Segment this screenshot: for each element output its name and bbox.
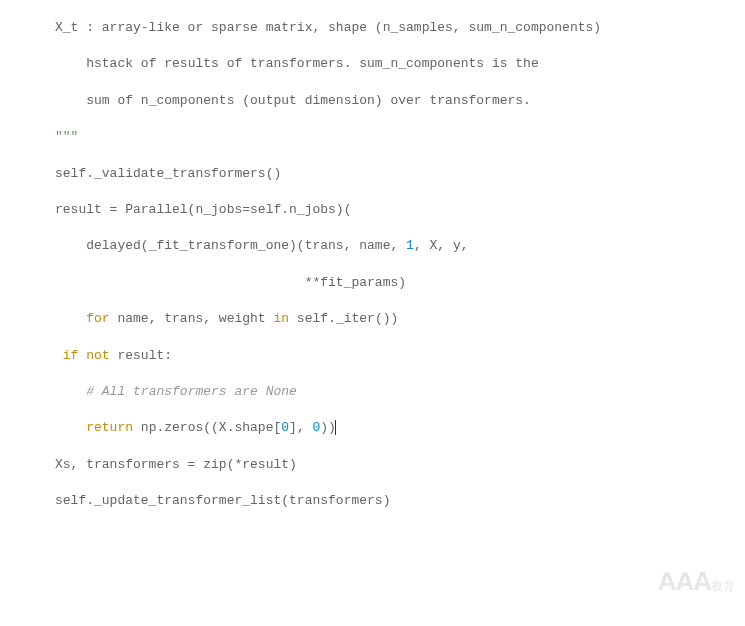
code-token: self._update_transformer_list(transforme… bbox=[55, 493, 390, 508]
code-line: """ bbox=[55, 119, 745, 155]
text-cursor bbox=[335, 420, 336, 436]
code-line: hstack of results of transformers. sum_n… bbox=[55, 46, 745, 82]
code-line: Xs, transformers = zip(*result) bbox=[55, 447, 745, 483]
code-line: self._update_transformer_list(transforme… bbox=[55, 483, 745, 519]
code-line: self._validate_transformers() bbox=[55, 156, 745, 192]
code-line: **fit_params) bbox=[55, 265, 745, 301]
code-token: # All transformers are None bbox=[86, 384, 297, 399]
watermark-sub: 教育 bbox=[711, 579, 735, 593]
code-token: 0 bbox=[281, 420, 289, 435]
code-token: name, trans, weight bbox=[110, 311, 274, 326]
code-token: , X, y, bbox=[414, 238, 469, 253]
code-token: if bbox=[63, 348, 79, 363]
code-block: X_t : array-like or sparse matrix, shape… bbox=[0, 0, 745, 519]
code-line: X_t : array-like or sparse matrix, shape… bbox=[55, 10, 745, 46]
code-line: for name, trans, weight in self._iter()) bbox=[55, 301, 745, 337]
code-line: result = Parallel(n_jobs=self.n_jobs)( bbox=[55, 192, 745, 228]
code-token: Xs, transformers = zip(*result) bbox=[55, 457, 297, 472]
code-token: delayed(_fit_transform_one)(trans, name, bbox=[86, 238, 406, 253]
code-token: **fit_params) bbox=[305, 275, 406, 290]
code-token: for bbox=[86, 311, 109, 326]
code-token: 1 bbox=[406, 238, 414, 253]
watermark-main: AAA bbox=[658, 566, 711, 596]
code-token: return bbox=[86, 420, 133, 435]
code-line: return np.zeros((X.shape[0], 0)) bbox=[55, 410, 745, 446]
watermark: AAA教育 bbox=[658, 545, 735, 618]
code-token: self._iter()) bbox=[289, 311, 398, 326]
code-token: X_t : array-like or sparse matrix, shape… bbox=[55, 20, 601, 35]
code-token: in bbox=[273, 311, 289, 326]
code-token: not bbox=[86, 348, 109, 363]
code-token: np.zeros((X.shape[ bbox=[133, 420, 281, 435]
code-line: # All transformers are None bbox=[55, 374, 745, 410]
code-line: sum of n_components (output dimension) o… bbox=[55, 83, 745, 119]
code-token: """ bbox=[55, 129, 78, 144]
code-token: result: bbox=[110, 348, 172, 363]
code-token: self._validate_transformers() bbox=[55, 166, 281, 181]
code-token: result = Parallel(n_jobs=self.n_jobs)( bbox=[55, 202, 351, 217]
code-token: ], bbox=[289, 420, 312, 435]
code-line: delayed(_fit_transform_one)(trans, name,… bbox=[55, 228, 745, 264]
code-line: if not result: bbox=[55, 338, 745, 374]
code-token: )) bbox=[320, 420, 336, 435]
code-token: sum of n_components (output dimension) o… bbox=[86, 93, 531, 108]
code-token: hstack of results of transformers. sum_n… bbox=[86, 56, 538, 71]
